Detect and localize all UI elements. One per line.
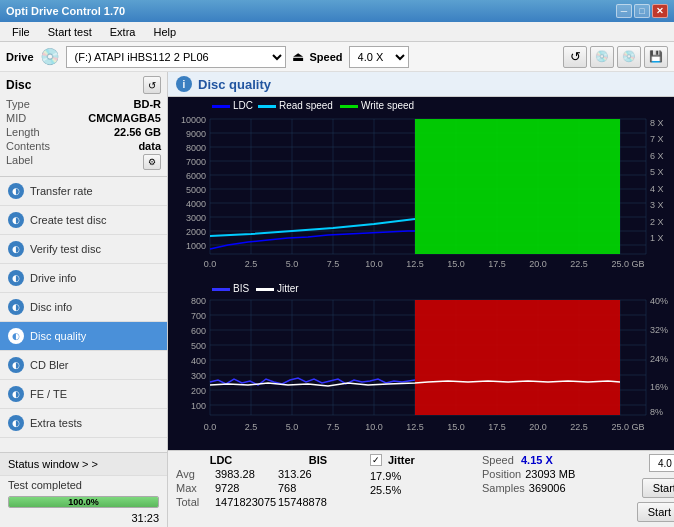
close-button[interactable]: ✕: [652, 4, 668, 18]
stats-jitter-section: ✓ Jitter 17.9% 25.5%: [370, 454, 470, 524]
sidebar-item-disc-info[interactable]: ◐ Disc info: [0, 293, 167, 322]
speed-col-value: 4.15 X: [521, 454, 553, 466]
drive-bar: Drive 💿 (F:) ATAPI iHBS112 2 PL06 ⏏ Spee…: [0, 42, 674, 72]
svg-text:6 X: 6 X: [650, 151, 664, 161]
status-window-button[interactable]: Status window > >: [0, 453, 167, 476]
sidebar-item-cd-bler[interactable]: ◐ CD Bler: [0, 351, 167, 380]
jitter-header: Jitter: [388, 454, 415, 466]
sidebar-item-fe-te[interactable]: ◐ FE / TE: [0, 380, 167, 409]
max-jitter-value: 25.5%: [370, 484, 401, 496]
disc-quality-header-icon: i: [176, 76, 192, 92]
window-controls: ─ □ ✕: [616, 4, 668, 18]
svg-text:5 X: 5 X: [650, 167, 664, 177]
svg-text:500: 500: [191, 341, 206, 351]
cd-bler-icon: ◐: [8, 357, 24, 373]
svg-text:17.5: 17.5: [488, 259, 506, 269]
sidebar-item-verify-test-disc[interactable]: ◐ Verify test disc: [0, 235, 167, 264]
type-label: Type: [6, 98, 30, 110]
sidebar-item-extra-tests[interactable]: ◐ Extra tests: [0, 409, 167, 438]
svg-text:12.5: 12.5: [406, 422, 424, 432]
transfer-rate-icon: ◐: [8, 183, 24, 199]
max-ldc-label: Max: [176, 482, 211, 494]
start-part-button[interactable]: Start part: [637, 502, 674, 522]
svg-text:16%: 16%: [650, 382, 668, 392]
menu-help[interactable]: Help: [145, 24, 184, 40]
menu-file[interactable]: File: [4, 24, 38, 40]
start-full-button[interactable]: Start full: [642, 478, 674, 498]
total-ldc-label: Total: [176, 496, 211, 508]
svg-rect-58: [340, 105, 358, 108]
svg-text:BIS: BIS: [233, 283, 249, 294]
svg-text:9000: 9000: [186, 129, 206, 139]
bis-header: BIS: [278, 454, 358, 466]
svg-text:1 X: 1 X: [650, 233, 664, 243]
stats-speed-section: Speed 4.15 X Position 23093 MB Samples 3…: [482, 454, 592, 524]
minimize-button[interactable]: ─: [616, 4, 632, 18]
total-ldc-value: 1471823075: [215, 496, 276, 508]
position-label: Position: [482, 468, 521, 480]
sidebar-item-transfer-rate[interactable]: ◐ Transfer rate: [0, 177, 167, 206]
svg-text:LDC: LDC: [233, 100, 253, 111]
svg-text:10.0: 10.0: [365, 259, 383, 269]
svg-text:2000: 2000: [186, 227, 206, 237]
svg-text:6000: 6000: [186, 171, 206, 181]
svg-text:5.0: 5.0: [286, 259, 299, 269]
svg-text:1000: 1000: [186, 241, 206, 251]
svg-text:Jitter: Jitter: [277, 283, 299, 294]
sidebar-item-drive-info[interactable]: ◐ Drive info: [0, 264, 167, 293]
svg-text:2.5: 2.5: [245, 422, 258, 432]
sidebar-label-cd-bler: CD Bler: [30, 359, 69, 371]
jitter-checkbox[interactable]: ✓: [370, 454, 382, 466]
speed-select[interactable]: 4.0 X 1.0 X 2.0 X 6.0 X 8.0 X: [349, 46, 409, 68]
svg-text:10.0: 10.0: [365, 422, 383, 432]
app-title: Opti Drive Control 1.70: [6, 5, 125, 17]
disc-refresh-button[interactable]: ↺: [143, 76, 161, 94]
svg-text:12.5: 12.5: [406, 259, 424, 269]
svg-text:2.5: 2.5: [245, 259, 258, 269]
sidebar-label-disc-quality: Disc quality: [30, 330, 86, 342]
disc-info-icon: ◐: [8, 299, 24, 315]
svg-text:10000: 10000: [181, 115, 206, 125]
drive-select[interactable]: (F:) ATAPI iHBS112 2 PL06: [66, 46, 286, 68]
menu-bar: File Start test Extra Help: [0, 22, 674, 42]
refresh-drive-button[interactable]: ↺: [563, 46, 587, 68]
speed-col-label: Speed: [482, 454, 517, 466]
svg-text:25.0 GB: 25.0 GB: [611, 259, 644, 269]
svg-text:0.0: 0.0: [204, 259, 217, 269]
stats-ldc-section: LDC Avg 3983.28 Max 9728 Total 147182307…: [176, 454, 266, 524]
contents-value: data: [138, 140, 161, 152]
mid-value: CMCMAGBA5: [88, 112, 161, 124]
svg-text:25.0 GB: 25.0 GB: [611, 422, 644, 432]
disc-action2-button[interactable]: 💿: [617, 46, 641, 68]
svg-text:7.5: 7.5: [327, 259, 340, 269]
progress-time: 31:23: [0, 512, 167, 527]
menu-extra[interactable]: Extra: [102, 24, 144, 40]
svg-text:4000: 4000: [186, 199, 206, 209]
maximize-button[interactable]: □: [634, 4, 650, 18]
sidebar-item-disc-quality[interactable]: ◐ Disc quality: [0, 322, 167, 351]
svg-text:7000: 7000: [186, 157, 206, 167]
svg-text:100: 100: [191, 401, 206, 411]
avg-jitter-value: 17.9%: [370, 470, 401, 482]
svg-text:22.5: 22.5: [570, 422, 588, 432]
length-value: 22.56 GB: [114, 126, 161, 138]
svg-rect-109: [256, 288, 274, 291]
menu-start-test[interactable]: Start test: [40, 24, 100, 40]
save-button[interactable]: 💾: [644, 46, 668, 68]
svg-rect-107: [212, 288, 230, 291]
svg-text:15.0: 15.0: [447, 259, 465, 269]
eject-icon[interactable]: ⏏: [292, 49, 304, 64]
sidebar: Disc ↺ Type BD-R MID CMCMAGBA5 Length 22…: [0, 72, 168, 527]
svg-rect-54: [212, 105, 230, 108]
verify-test-disc-icon: ◐: [8, 241, 24, 257]
svg-text:7.5: 7.5: [327, 422, 340, 432]
sidebar-label-create-test-disc: Create test disc: [30, 214, 106, 226]
position-value: 23093 MB: [525, 468, 575, 480]
stats-speed-select[interactable]: 4.0 X: [649, 454, 674, 472]
label-settings-button[interactable]: ⚙: [143, 154, 161, 170]
sidebar-item-create-test-disc[interactable]: ◐ Create test disc: [0, 206, 167, 235]
title-bar: Opti Drive Control 1.70 ─ □ ✕: [0, 0, 674, 22]
disc-action-button[interactable]: 💿: [590, 46, 614, 68]
contents-label: Contents: [6, 140, 50, 152]
bottom-chart-svg: 800 700 600 500 400 300 200 100 40% 32% …: [168, 282, 674, 437]
